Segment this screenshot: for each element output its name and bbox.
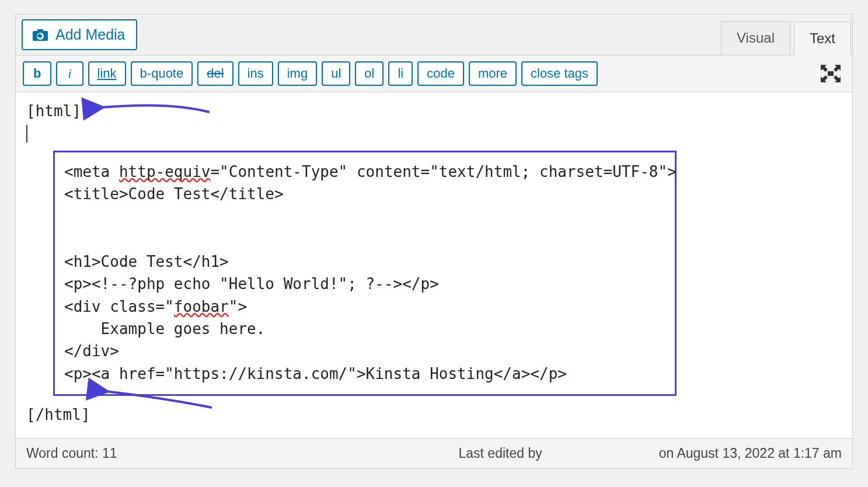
fullscreen-icon — [821, 65, 841, 82]
qt-ul-button[interactable]: ul — [322, 61, 350, 86]
text-cursor — [26, 125, 27, 142]
word-count: Word count: 11 — [26, 446, 117, 461]
last-edited-date: on August 13, 2022 at 1:17 am — [659, 446, 842, 461]
editor-container: Add Media Visual Text b i link b-quote d… — [15, 14, 853, 469]
tab-visual[interactable]: Visual — [721, 21, 790, 55]
svg-rect-0 — [828, 71, 834, 76]
qt-del-button[interactable]: del — [197, 61, 233, 86]
qt-bquote-button[interactable]: b-quote — [131, 61, 193, 86]
editor-textarea[interactable]: [html] <meta http-equiv="Content-Type" c… — [16, 92, 852, 438]
qt-li-button[interactable]: li — [388, 61, 413, 86]
qt-link-button[interactable]: link — [88, 61, 126, 86]
qt-italic-button[interactable]: i — [56, 61, 83, 86]
add-media-label: Add Media — [55, 26, 126, 43]
code-content-box: <meta http-equiv="Content-Type" content=… — [53, 151, 677, 396]
qt-more-button[interactable]: more — [469, 61, 517, 86]
qt-ol-button[interactable]: ol — [355, 61, 384, 86]
shortcode-open: [html] — [26, 100, 842, 123]
qt-bold-button[interactable]: b — [23, 61, 51, 86]
add-media-button[interactable]: Add Media — [22, 19, 137, 50]
editor-top-bar: Add Media Visual Text — [16, 15, 852, 55]
qt-close-tags-button[interactable]: close tags — [521, 61, 598, 86]
qt-img-button[interactable]: img — [278, 61, 317, 86]
editor-tabs: Visual Text — [717, 21, 851, 55]
last-edited-by: Last edited by — [458, 446, 542, 461]
editor-status-bar: Word count: 11 Last edited by on August … — [16, 438, 852, 468]
quicktags-toolbar: b i link b-quote del ins img ul ol li co… — [16, 55, 852, 92]
qt-code-button[interactable]: code — [417, 61, 464, 86]
shortcode-close: [/html] — [26, 404, 842, 426]
code-content: <meta http-equiv="Content-Type" content=… — [64, 161, 665, 385]
tab-text[interactable]: Text — [794, 22, 851, 55]
qt-ins-button[interactable]: ins — [238, 61, 273, 86]
fullscreen-toggle-button[interactable] — [821, 65, 841, 82]
camera-music-icon — [31, 27, 50, 43]
